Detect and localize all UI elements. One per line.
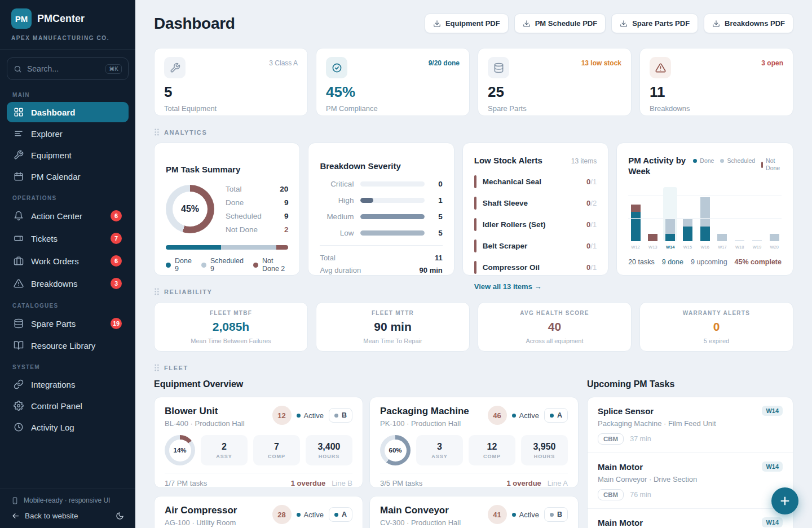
kpi-fleet-mtbf: FLEET MTBF 2,085h Mean Time Between Fail…: [154, 302, 308, 352]
moon-icon: [116, 512, 124, 520]
sidebar-item-action-center[interactable]: Action Center 6: [7, 205, 129, 227]
card-title: PM Task Summary: [166, 165, 288, 174]
sidebar-item-label: PM Calendar: [31, 172, 81, 181]
task-duration: 76 min: [630, 491, 651, 499]
export-buttons: Equipment PDF PM Schedule PDF Spare Part…: [425, 14, 793, 33]
equipment-name: Air Compressor: [165, 505, 237, 516]
stat-card-total-equipment: 3 Class A 5 Total Equipment: [154, 48, 308, 116]
database-icon: [493, 63, 504, 73]
week-bar-w20: W20: [767, 187, 782, 241]
badge-count: 6: [111, 210, 122, 221]
add-button[interactable]: [771, 487, 798, 514]
download-icon: [712, 20, 720, 28]
badge-count: 6: [111, 255, 122, 267]
equipment-card-blower-unit[interactable]: Blower Unit BL-400 · Production Hall 12 …: [154, 397, 363, 488]
sidebar-item-explorer[interactable]: Explorer: [7, 123, 129, 144]
stat-value: 45%: [326, 83, 460, 101]
arrow-left-icon: [11, 512, 20, 520]
sidebar-item-label: Equipment: [31, 150, 72, 160]
line-pill: A: [329, 507, 352, 522]
task-duration: 37 min: [630, 435, 651, 443]
sidebar-item-spare-parts[interactable]: Spare Parts 19: [7, 313, 129, 334]
equipment-count-badge: 28: [272, 505, 292, 524]
sidebar-item-label: Tickets: [31, 234, 58, 243]
sidebar-item-dashboard[interactable]: Dashboard: [7, 102, 129, 122]
stat-meta: 3 open: [761, 59, 783, 67]
search-box[interactable]: ⌘K: [7, 57, 129, 80]
pm-donut-percent: 45%: [173, 192, 208, 227]
card-title: Breakdown Severity: [320, 161, 442, 171]
health-donut: 14%: [165, 435, 195, 465]
nav-section-system: SYSTEM: [12, 364, 123, 370]
equipment-code: PK-100 · Production Hall: [380, 419, 469, 428]
equipment-code: AG-100 · Utility Room: [165, 518, 237, 527]
view-all-items-link[interactable]: View all 13 items →: [474, 282, 542, 291]
badge-count: 7: [111, 233, 122, 244]
pm-schedule-pdf-button[interactable]: PM Schedule PDF: [514, 14, 606, 33]
briefcase-icon: [14, 256, 24, 266]
sidebar-item-activity-log[interactable]: Activity Log: [7, 417, 129, 437]
sidebar-item-integrations[interactable]: Integrations: [7, 374, 129, 394]
equipment-card-packaging-machine[interactable]: Packaging Machine PK-100 · Production Ha…: [369, 397, 579, 488]
sidebar-item-tickets[interactable]: Tickets 7: [7, 228, 129, 249]
smartphone-icon: [11, 497, 19, 504]
pm-tasks-count: 1/7 PM tasks: [165, 479, 207, 487]
pm-task-item[interactable]: Main Motor W14 Blower Unit · Drive Syste…: [588, 509, 793, 528]
sidebar-item-pm-calendar[interactable]: PM Calendar: [7, 166, 129, 187]
upcoming-pm-tasks-panel: Splice Sensor W14 Packaging Machine · Fi…: [587, 397, 793, 528]
back-to-website-link[interactable]: Back to website: [11, 512, 78, 520]
breakdowns-pdf-button[interactable]: Breakdowns PDF: [704, 14, 793, 33]
dark-mode-toggle[interactable]: [116, 512, 124, 520]
sidebar-item-resource-library[interactable]: Resource Library: [7, 335, 129, 356]
equipment-count-badge: 46: [488, 406, 507, 425]
status-badge: Active: [512, 511, 539, 519]
equipment-count-badge: 41: [488, 505, 507, 524]
search-input[interactable]: [27, 64, 100, 73]
pm-task-item[interactable]: Main Motor W14 Main Conveyor · Drive Sec…: [588, 453, 793, 509]
pm-row-value: 2: [284, 225, 289, 234]
equipment-card-main-conveyor[interactable]: Main Conveyor CV-300 · Production Hall 4…: [369, 496, 579, 528]
list-icon: [14, 128, 24, 139]
low-stock-item: Idler Rollers (Set)0/1: [474, 214, 597, 235]
pm-row-value: 9: [284, 198, 289, 207]
sidebar-item-breakdowns[interactable]: Breakdowns 3: [7, 273, 129, 294]
equipment-card-air-compressor[interactable]: Air Compressor AG-100 · Utility Room 28 …: [154, 496, 363, 528]
warning-triangle-icon: [14, 278, 24, 289]
mobile-note: Mobile-ready · responsive UI: [24, 496, 110, 504]
low-stock-item: Mechanical Seal0/1: [474, 171, 597, 192]
sidebar-item-control-panel[interactable]: Control Panel: [7, 396, 129, 416]
equipment-stat: 3,400HOURS: [306, 435, 352, 465]
book-open-icon: [14, 340, 24, 350]
sidebar-item-label: Breakdowns: [31, 279, 78, 289]
equipment-stat: 12COMP: [469, 435, 515, 465]
stat-value: 25: [488, 83, 621, 101]
equipment-overview-heading: Equipment Overview: [154, 379, 579, 389]
task-type-badge: CBM: [598, 489, 624, 500]
stat-label: PM Compliance: [326, 104, 460, 113]
clock-icon: [14, 422, 24, 432]
equipment-stat: 3,950HOURS: [521, 435, 568, 465]
equipment-pdf-button[interactable]: Equipment PDF: [425, 14, 509, 33]
sidebar-item-equipment[interactable]: Equipment: [7, 145, 129, 165]
app-logo: PM: [11, 8, 32, 29]
status-badge: Active: [512, 411, 539, 420]
drag-handle-icon[interactable]: [154, 364, 160, 371]
drag-handle-icon[interactable]: [154, 128, 160, 136]
badge-count: 3: [111, 278, 122, 289]
nav-section-main: MAIN: [12, 92, 123, 98]
calendar-icon: [14, 171, 24, 181]
pm-activity-legend: Done Scheduled Not Done: [693, 157, 782, 177]
pm-task-item[interactable]: Splice Sensor W14 Packaging Machine · Fi…: [588, 397, 793, 453]
drag-handle-icon[interactable]: [154, 288, 160, 295]
stat-value: 5: [164, 83, 298, 101]
task-name: Main Motor: [598, 462, 643, 472]
low-stock-item: Compressor Oil0/1: [474, 256, 597, 278]
stat-card-pm-compliance: 9/20 done 45% PM Compliance: [316, 48, 470, 116]
week-bar-w15: W15: [680, 187, 695, 241]
sidebar-item-work-orders[interactable]: Work Orders 6: [7, 250, 129, 272]
status-badge: Active: [297, 411, 324, 420]
spare-parts-pdf-button[interactable]: Spare Parts PDF: [611, 14, 698, 33]
stat-meta: 9/20 done: [429, 59, 460, 67]
sidebar-item-label: Action Center: [31, 211, 82, 221]
equipment-name: Blower Unit: [165, 406, 245, 417]
